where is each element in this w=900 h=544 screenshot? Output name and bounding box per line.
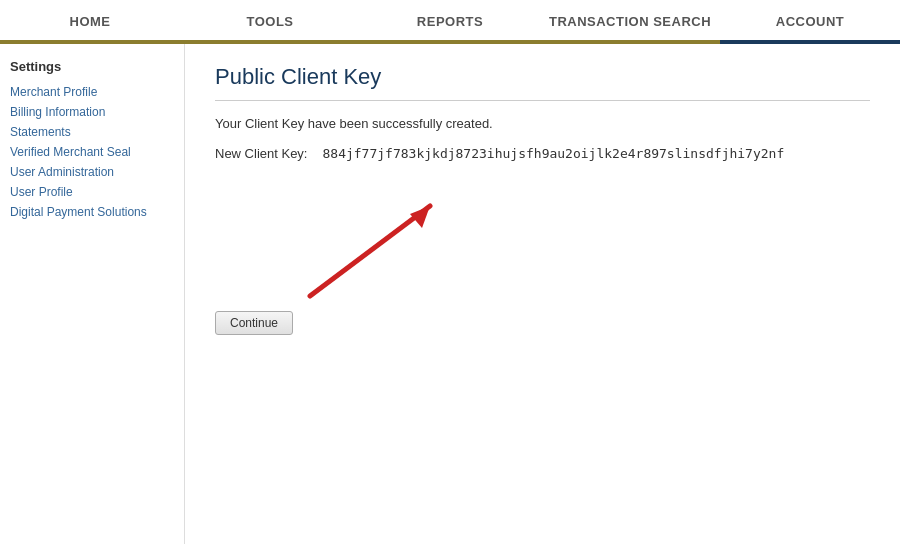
- client-key-value: 884jf77jf783kjkdj8723ihujsfh9au2oijlk2e4…: [322, 146, 784, 161]
- nav-home[interactable]: HOME: [0, 3, 180, 44]
- svg-marker-1: [410, 206, 430, 228]
- sidebar: Settings Merchant Profile Billing Inform…: [0, 44, 185, 544]
- nav-tools[interactable]: TOOLS: [180, 3, 360, 44]
- nav-transaction-search[interactable]: TRANSACTION SEARCH: [540, 3, 720, 44]
- nav-account[interactable]: ACCOUNT: [720, 3, 900, 44]
- success-message: Your Client Key have been successfully c…: [215, 116, 870, 131]
- sidebar-item-billing-information[interactable]: Billing Information: [10, 102, 174, 122]
- nav-reports[interactable]: REPORTS: [360, 3, 540, 44]
- top-navigation: HOME TOOLS REPORTS TRANSACTION SEARCH AC…: [0, 0, 900, 44]
- main-content: Public Client Key Your Client Key have b…: [185, 44, 900, 544]
- main-layout: Settings Merchant Profile Billing Inform…: [0, 44, 900, 544]
- client-key-label: New Client Key:: [215, 146, 307, 161]
- client-key-row: New Client Key: 884jf77jf783kjkdj8723ihu…: [215, 146, 870, 161]
- sidebar-item-digital-payment-solutions[interactable]: Digital Payment Solutions: [10, 202, 174, 222]
- sidebar-item-user-profile[interactable]: User Profile: [10, 182, 174, 202]
- sidebar-item-statements[interactable]: Statements: [10, 122, 174, 142]
- sidebar-item-user-administration[interactable]: User Administration: [10, 162, 174, 182]
- sidebar-heading: Settings: [10, 59, 174, 74]
- sidebar-item-verified-merchant-seal[interactable]: Verified Merchant Seal: [10, 142, 174, 162]
- svg-line-0: [310, 206, 430, 296]
- page-title: Public Client Key: [215, 64, 870, 101]
- continue-button[interactable]: Continue: [215, 311, 293, 335]
- arrow-graphic: [230, 176, 490, 306]
- sidebar-item-merchant-profile[interactable]: Merchant Profile: [10, 82, 174, 102]
